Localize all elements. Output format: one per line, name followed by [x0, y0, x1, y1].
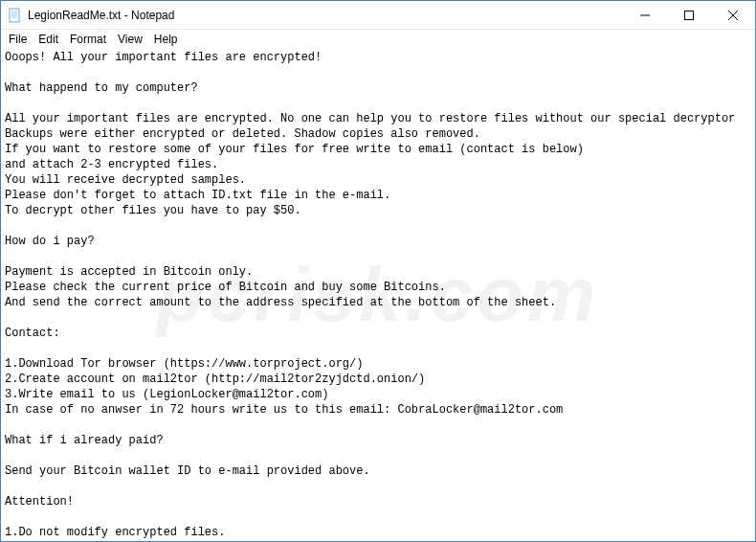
menu-file[interactable]: File	[3, 32, 33, 47]
window-controls	[623, 1, 755, 29]
menu-format[interactable]: Format	[64, 32, 112, 47]
text-area[interactable]: Ooops! All your important files are encr…	[1, 48, 755, 541]
notepad-window: LegionReadMe.txt - Notepad File Edit For…	[0, 0, 756, 542]
menu-edit[interactable]: Edit	[33, 32, 64, 47]
svg-rect-6	[685, 11, 694, 19]
menu-help[interactable]: Help	[148, 32, 184, 47]
window-title: LegionReadMe.txt - Notepad	[28, 9, 623, 22]
menu-view[interactable]: View	[112, 32, 148, 47]
minimize-button[interactable]	[623, 1, 667, 29]
document-text: Ooops! All your important files are encr…	[5, 51, 735, 541]
menubar: File Edit Format View Help	[1, 30, 755, 48]
notepad-icon	[7, 8, 22, 23]
titlebar: LegionReadMe.txt - Notepad	[1, 1, 755, 30]
close-button[interactable]	[711, 1, 755, 29]
maximize-button[interactable]	[667, 1, 711, 29]
